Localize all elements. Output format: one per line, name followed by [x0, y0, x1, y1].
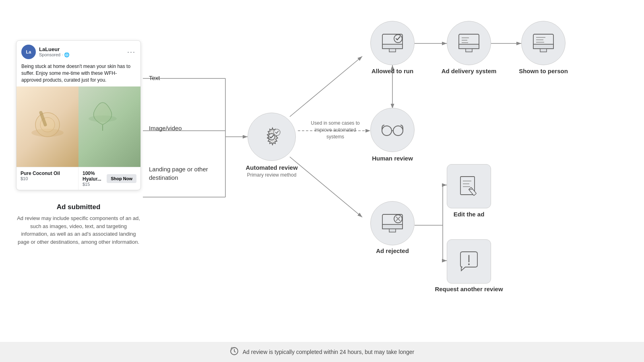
- product-1-name: Pure Coconut Oil: [21, 171, 74, 176]
- shop-now-button[interactable]: Shop Now: [107, 174, 136, 183]
- dashed-label: Used in some cases to improve automated …: [305, 120, 365, 140]
- product-2-name: 100% Hyalur...: [83, 171, 103, 182]
- brand-name: LaLueur: [39, 46, 124, 52]
- ad-rejected-node: [370, 201, 415, 245]
- product-1: Pure Coconut Oil $10: [17, 167, 78, 190]
- ad-image-left: [17, 86, 78, 167]
- svg-rect-39: [533, 44, 553, 49]
- sponsored-label: Sponsored · 🌐: [39, 52, 124, 58]
- edit-the-ad-node: [447, 164, 491, 208]
- text-label: Text: [149, 74, 160, 81]
- ad-submitted-section: Ad submitted Ad review may include speci…: [16, 203, 141, 246]
- automated-review-node: [248, 113, 296, 161]
- landing-page-label: Landing page or other destination: [149, 165, 213, 182]
- svg-point-57: [468, 263, 470, 265]
- ad-images: [17, 86, 140, 167]
- shown-to-person-node: [521, 21, 566, 65]
- automated-review-title: Automated review: [242, 164, 302, 171]
- svg-point-27: [393, 126, 403, 136]
- product-2: 100% Hyalur... $15 Shop Now: [78, 167, 140, 190]
- human-review-label: Human review: [364, 155, 421, 162]
- ad-submitted-description: Ad review may include specific component…: [16, 214, 141, 246]
- main-canvas: La LaLueur Sponsored · 🌐 ··· Being stuck…: [0, 0, 644, 342]
- automated-review-label: Automated review Primary review method: [242, 164, 302, 178]
- more-options-icon[interactable]: ···: [127, 48, 136, 56]
- edit-the-ad-label: Edit the ad: [441, 211, 497, 218]
- ad-text: Being stuck at home doesn't mean your sk…: [17, 63, 140, 86]
- ad-card-meta: LaLueur Sponsored · 🌐: [39, 46, 124, 58]
- footer-text: Ad review is typically completed within …: [243, 349, 414, 355]
- ad-rejected-label: Ad rejected: [364, 247, 421, 254]
- request-review-label: Request another review: [435, 286, 503, 292]
- svg-rect-33: [459, 44, 479, 49]
- svg-rect-40: [540, 49, 547, 52]
- shown-to-person-title: Shown to person: [515, 68, 572, 74]
- svg-point-25: [274, 129, 280, 136]
- ad-image-right: [78, 86, 140, 167]
- request-review-title: Request another review: [435, 286, 503, 292]
- shown-to-person-label: Shown to person: [515, 68, 572, 74]
- ad-delivery-node: [447, 21, 491, 65]
- svg-line-11: [290, 56, 362, 117]
- svg-rect-45: [382, 224, 402, 229]
- product-1-price: $10: [21, 176, 74, 181]
- ad-card-header: La LaLueur Sponsored · 🌐 ···: [17, 41, 140, 63]
- human-review-title: Human review: [364, 155, 421, 162]
- ad-delivery-title: Ad delivery system: [441, 68, 497, 74]
- ad-card-footer: Pure Coconut Oil $10 100% Hyalur... $15 …: [17, 167, 140, 190]
- svg-rect-46: [389, 229, 396, 232]
- human-review-node: [370, 108, 415, 152]
- request-review-node: [447, 239, 491, 284]
- svg-point-26: [382, 126, 392, 136]
- allowed-to-run-label: Allowed to run: [364, 68, 421, 74]
- ad-rejected-title: Ad rejected: [364, 247, 421, 254]
- ad-delivery-label: Ad delivery system: [441, 68, 497, 74]
- svg-rect-29: [382, 44, 402, 49]
- ad-submitted-title: Ad submitted: [16, 203, 141, 211]
- svg-rect-30: [389, 49, 396, 52]
- allowed-to-run-title: Allowed to run: [364, 68, 421, 74]
- product-2-price: $15: [83, 182, 103, 187]
- allowed-to-run-node: [370, 21, 415, 65]
- avatar: La: [21, 45, 36, 59]
- automated-review-subtitle: Primary review method: [242, 172, 302, 178]
- clock-icon: [230, 347, 239, 358]
- image-video-label: Image/video: [149, 125, 182, 132]
- ad-card: La LaLueur Sponsored · 🌐 ··· Being stuck…: [16, 40, 141, 190]
- svg-rect-34: [466, 49, 472, 52]
- edit-the-ad-title: Edit the ad: [441, 211, 497, 218]
- footer-bar: Ad review is typically completed within …: [0, 342, 644, 362]
